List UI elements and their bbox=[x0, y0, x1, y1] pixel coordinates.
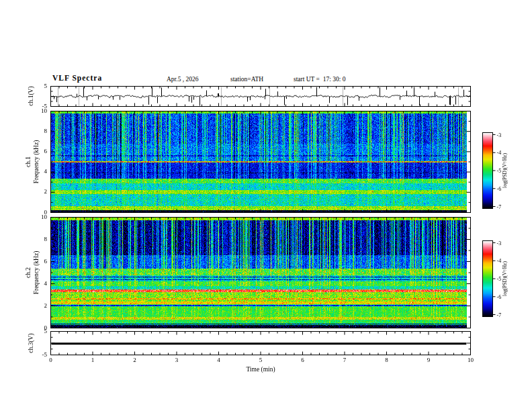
tick-label: 10 bbox=[464, 357, 478, 364]
tick-label: 2 bbox=[128, 357, 142, 364]
ch3-voltage-axis-label: ch.3(V) bbox=[28, 333, 35, 353]
tick-label: 2 bbox=[35, 302, 47, 310]
tick-label: 8 bbox=[35, 128, 47, 135]
tick-label: 5 bbox=[35, 83, 47, 90]
tick-label: 8 bbox=[380, 357, 394, 364]
ch1-spectrogram-axis-label-line2: Frequency (kHz) bbox=[33, 140, 40, 184]
tick-label: -6 bbox=[497, 293, 509, 301]
ch1-voltage-axis-label: ch.1(V) bbox=[28, 86, 35, 105]
ch2-spectrogram-axis-label-line1: ch.2 bbox=[25, 267, 32, 278]
tick-label: 6 bbox=[35, 258, 47, 265]
tick-label: 6 bbox=[35, 148, 47, 155]
ch2-spectrogram-canvas bbox=[51, 218, 467, 328]
tick-label: 3 bbox=[170, 357, 183, 364]
tick-label: 4 bbox=[35, 280, 47, 287]
station-label: station=ATH bbox=[230, 76, 263, 83]
tick-label: 2 bbox=[35, 188, 47, 195]
date-label: Apr.5 , 2026 bbox=[167, 76, 199, 83]
tick-label: -4 bbox=[497, 257, 509, 265]
tick-label: 6 bbox=[296, 357, 310, 364]
tick-label: -5 bbox=[497, 167, 509, 175]
start-ut-label: start UT = 17: 30: 0 bbox=[294, 76, 345, 83]
tick-label: 5 bbox=[254, 357, 267, 364]
tick-label: 7 bbox=[338, 357, 351, 364]
tick-label: -4 bbox=[497, 149, 509, 156]
tick-label: -7 bbox=[497, 203, 509, 211]
tick-label: 8 bbox=[35, 236, 47, 243]
tick-label: 4 bbox=[212, 357, 226, 364]
tick-label: 5 bbox=[35, 328, 47, 335]
tick-label: 10 bbox=[35, 107, 47, 115]
tick-label: -7 bbox=[497, 312, 509, 319]
vlf-spectra-figure: VLF Spectra Apr.5 , 2026 station=ATH sta… bbox=[0, 0, 532, 411]
ch1-spectrogram-axis-label-line1: ch.1 bbox=[25, 156, 32, 167]
tick-label: 10 bbox=[35, 214, 47, 221]
tick-label: 9 bbox=[422, 357, 435, 364]
tick-label: -5 bbox=[497, 275, 509, 283]
tick-label: -5 bbox=[35, 351, 47, 359]
tick-label: 1 bbox=[86, 357, 99, 364]
ch1-spectrogram-canvas bbox=[51, 111, 467, 212]
tick-label: -6 bbox=[497, 185, 509, 193]
time-axis-label: Time (min) bbox=[227, 366, 294, 373]
tick-label: -3 bbox=[497, 132, 509, 139]
plot-title: VLF Spectra bbox=[52, 75, 102, 82]
tick-label: 4 bbox=[35, 168, 47, 175]
tick-label: -3 bbox=[497, 240, 509, 247]
